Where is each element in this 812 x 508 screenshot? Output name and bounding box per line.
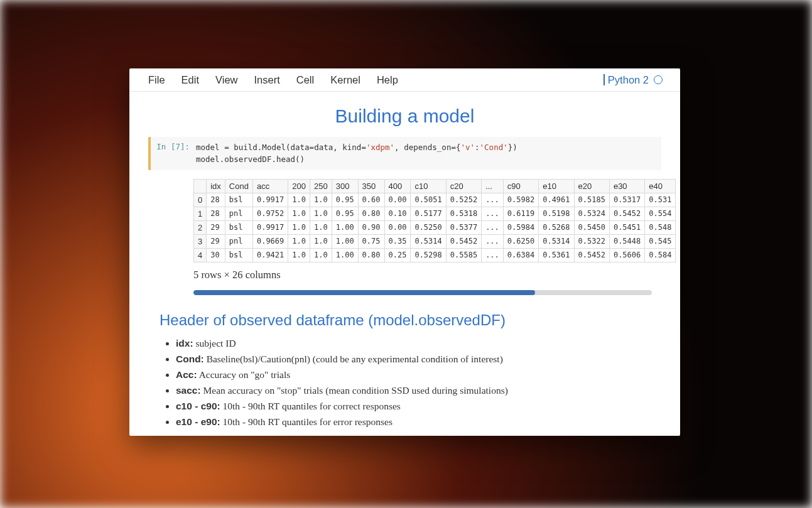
code-cell[interactable]: In [7]: model = build.Model(data=data, k… [148, 137, 661, 170]
cell-value: pnl [225, 234, 252, 248]
list-item: Acc: Accuracy on "go" trials [176, 367, 661, 382]
term: e10 - e90: [176, 416, 220, 427]
row-index: 3 [194, 234, 207, 248]
cell-value: 1.0 [288, 207, 310, 220]
cell-value: 0.5606 [609, 248, 644, 262]
horizontal-scrollbar[interactable] [193, 290, 652, 295]
cell-value: ... [482, 193, 504, 207]
row-index: 4 [194, 248, 207, 262]
cell-value: 0.80 [358, 248, 384, 262]
dataframe-table: idxCondacc200250300350400c10c20...c90e10… [193, 179, 676, 262]
cell-value: 0.60 [358, 193, 384, 207]
page-title: Building a model [148, 105, 661, 127]
menu-cell[interactable]: Cell [296, 74, 314, 86]
cell-value: bsl [225, 220, 252, 234]
cell-value: 0.00 [384, 220, 411, 234]
cell-value: 0.5452 [574, 248, 609, 262]
dataframe-shape: 5 rows × 26 columns [193, 269, 661, 281]
cell-value: 0.9421 [252, 248, 288, 262]
menubar: FileEditViewInsertCellKernelHelp Python … [129, 68, 680, 92]
cell-value: 0.584 [645, 248, 676, 262]
cell-value: 1.0 [288, 220, 310, 234]
cell-value: 28 [207, 193, 225, 207]
cell-value: 0.10 [384, 207, 411, 220]
col-header: c20 [446, 179, 481, 193]
table-row: 128pnl0.97521.01.00.950.800.100.51770.53… [194, 207, 676, 220]
table-row: 329pnl0.96691.01.01.000.750.350.53140.54… [194, 234, 676, 248]
col-header: e40 [645, 179, 676, 193]
col-header: e10 [539, 179, 574, 193]
cell-value: 1.0 [310, 248, 332, 262]
cell-code[interactable]: model = build.Model(data=data, kind='xdp… [190, 141, 517, 166]
cell-value: 1.0 [288, 248, 310, 262]
kernel-indicator[interactable]: Python 2 [604, 74, 663, 86]
table-row: 028bsl0.99171.01.00.950.600.000.50510.52… [194, 193, 676, 207]
row-index: 0 [194, 193, 207, 207]
cell-value: 0.95 [332, 193, 358, 207]
cell-value: ... [482, 220, 504, 234]
col-header: Cond [225, 179, 252, 193]
cell-value: 0.5250 [411, 220, 446, 234]
cell-value: 0.5322 [574, 234, 609, 248]
menu-file[interactable]: File [148, 74, 165, 86]
cell-value: ... [482, 248, 504, 262]
col-header: 200 [288, 179, 310, 193]
cell-value: 0.5051 [411, 193, 446, 207]
col-header: 350 [358, 179, 384, 193]
cell-value: 0.5450 [574, 220, 609, 234]
menu-view[interactable]: View [215, 74, 237, 86]
cell-value: ... [482, 234, 504, 248]
menu-kernel[interactable]: Kernel [330, 74, 360, 86]
cell-value: bsl [225, 248, 252, 262]
cell-value: 0.5361 [539, 248, 574, 262]
cell-value: 0.5268 [539, 220, 574, 234]
list-item: Cond: Baseline(bsl)/Caution(pnl) (could … [176, 351, 661, 367]
col-header: c90 [503, 179, 538, 193]
description-list: idx: subject IDCond: Baseline(bsl)/Cauti… [176, 335, 661, 430]
list-item: e10 - e90: 10th - 90th RT quantiles for … [176, 414, 661, 430]
term: Acc: [176, 369, 197, 380]
menu-edit[interactable]: Edit [181, 74, 199, 86]
kernel-status-icon [654, 75, 663, 84]
col-header: acc [252, 179, 288, 193]
row-index: 1 [194, 207, 207, 220]
cell-value: 0.00 [384, 193, 411, 207]
cell-value: 0.35 [384, 234, 411, 248]
cell-value: 1.00 [332, 220, 358, 234]
col-header: 250 [310, 179, 332, 193]
cell-value: 0.5982 [503, 193, 538, 207]
cell-value: 0.5448 [609, 234, 644, 248]
col-header: e30 [609, 179, 644, 193]
menu-help[interactable]: Help [377, 74, 398, 86]
cell-value: 1.0 [310, 234, 332, 248]
cell-value: 1.0 [310, 207, 332, 220]
cell-prompt: In [7]: [151, 141, 190, 166]
cell-value: 0.5177 [411, 207, 446, 220]
cell-value: 0.5318 [446, 207, 481, 220]
cell-value: 0.75 [358, 234, 384, 248]
cell-value: 0.80 [358, 207, 384, 220]
cell-value: 0.5451 [609, 220, 644, 234]
cell-value: bsl [225, 193, 252, 207]
cell-value: 1.0 [288, 234, 310, 248]
cell-value: 0.95 [332, 207, 358, 220]
col-header: idx [207, 179, 225, 193]
cell-value: 0.5314 [539, 234, 574, 248]
cell-value: 0.9752 [252, 207, 288, 220]
cell-value: 0.5377 [446, 220, 481, 234]
cell-value: 1.0 [310, 193, 332, 207]
section-header: Header of observed dataframe (model.obse… [160, 311, 661, 329]
row-index: 2 [194, 220, 207, 234]
cell-value: 0.90 [358, 220, 384, 234]
cell-value: 0.6250 [503, 234, 538, 248]
list-item: idx: subject ID [176, 335, 661, 351]
col-header: 400 [384, 179, 411, 193]
cell-value: 0.6119 [503, 207, 538, 220]
scrollbar-thumb[interactable] [193, 290, 535, 295]
kernel-name: Python 2 [608, 74, 649, 86]
cell-value: 0.5324 [574, 207, 609, 220]
menu-insert[interactable]: Insert [254, 74, 280, 86]
term: c10 - c90: [176, 401, 220, 411]
cell-value: 0.9917 [252, 193, 288, 207]
cell-value: 0.531 [645, 193, 676, 207]
